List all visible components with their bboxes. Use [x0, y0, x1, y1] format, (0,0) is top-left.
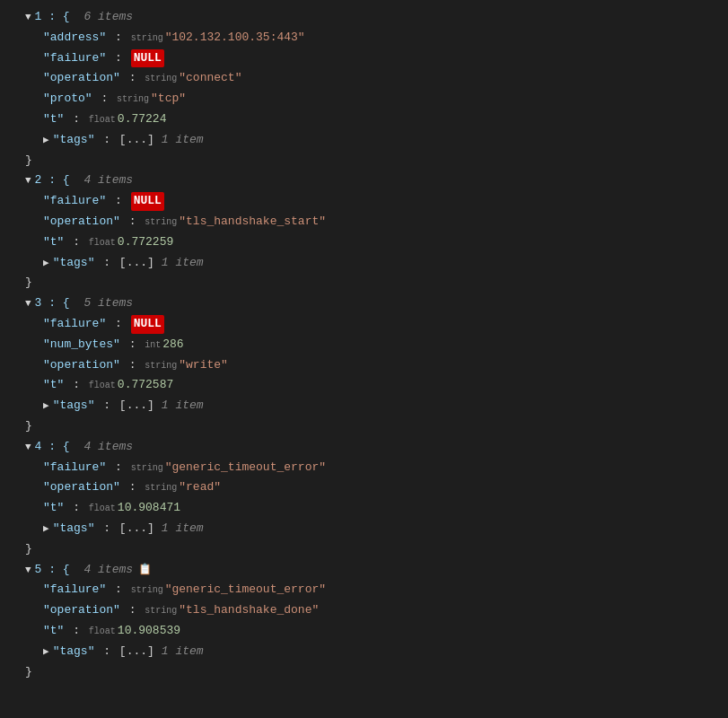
- field-value: "tls_handshake_done": [179, 601, 319, 620]
- field-key: "operation": [43, 601, 120, 620]
- field-value: "tls_handshake_start": [179, 213, 326, 232]
- type-label: string: [145, 72, 177, 86]
- field-value: "generic_timeout_error": [165, 459, 326, 477]
- field-key: "tags": [53, 254, 95, 273]
- field-line: "tags" : [...]1 item: [7, 130, 721, 151]
- field-key: "failure": [43, 315, 106, 334]
- item-header: 1 : { 6 items: [7, 7, 721, 28]
- type-label: string: [145, 359, 177, 373]
- toggle-arrow[interactable]: [43, 256, 49, 272]
- field-value-null: NULL: [131, 49, 164, 68]
- item-header: 4 : { 4 items: [7, 437, 721, 458]
- field-value: 0.77224: [118, 110, 167, 129]
- field-value: 0.772587: [118, 376, 173, 395]
- toggle-arrow[interactable]: [43, 398, 49, 415]
- field-key: "tags": [53, 643, 95, 661]
- field-comment: 1 item: [162, 254, 204, 273]
- field-key: "tags": [53, 397, 95, 416]
- item-close-brace: }: [7, 151, 721, 171]
- field-key: "t": [43, 622, 64, 641]
- field-key: "t": [43, 110, 64, 129]
- item-close-brace: }: [7, 273, 721, 293]
- item-header: 5 : { 4 items📋: [7, 560, 721, 581]
- field-key: "failure": [43, 581, 106, 600]
- field-line: "operation" : string"read": [7, 477, 721, 498]
- toggle-arrow[interactable]: [25, 563, 31, 579]
- field-value: [...]: [119, 254, 154, 273]
- field-line: "proto" : string"tcp": [7, 89, 721, 109]
- field-value: 10.908539: [118, 622, 180, 641]
- field-key: "operation": [43, 356, 120, 375]
- item-header: 3 : { 5 items: [7, 293, 721, 314]
- type-label: string: [145, 604, 177, 618]
- copy-icon[interactable]: 📋: [138, 562, 152, 579]
- field-comment: 1 item: [162, 397, 204, 416]
- field-line: "operation" : string"tls_handshake_start…: [7, 212, 721, 232]
- field-line: "tags" : [...]1 item: [7, 396, 721, 416]
- field-line: "num_bytes" : int286: [7, 335, 721, 355]
- field-value: 286: [162, 336, 183, 355]
- type-label: string: [117, 92, 149, 107]
- type-label: float: [89, 236, 116, 250]
- field-value: 0.772259: [118, 233, 173, 252]
- field-line: "failure" : NULL: [7, 48, 721, 69]
- item-count: 4 items: [77, 561, 133, 580]
- item-count: 6 items: [77, 8, 133, 27]
- field-line: "failure" : string"generic_timeout_error…: [7, 580, 721, 600]
- field-value: [...]: [119, 397, 154, 416]
- item-index: 3 : {: [35, 294, 70, 313]
- toggle-arrow[interactable]: [25, 440, 31, 456]
- field-line: "failure" : string"generic_timeout_error…: [7, 458, 721, 478]
- toggle-arrow[interactable]: [43, 133, 49, 149]
- toggle-arrow[interactable]: [25, 173, 31, 189]
- field-key: "failure": [43, 49, 106, 68]
- toggle-arrow[interactable]: [25, 10, 31, 26]
- field-line: "t" : float10.908471: [7, 498, 721, 519]
- item-index: 2 : {: [35, 171, 70, 190]
- field-line: "address" : string"102.132.100.35:443": [7, 28, 721, 48]
- item-index: 1 : {: [35, 8, 70, 27]
- field-key: "proto": [43, 90, 92, 109]
- field-line: "t" : float10.908539: [7, 621, 721, 642]
- field-value: "read": [179, 478, 221, 497]
- item-close-brace: }: [7, 416, 721, 437]
- type-label: float: [89, 113, 116, 127]
- item-header: 2 : { 4 items: [7, 171, 721, 191]
- item-count: 5 items: [77, 294, 133, 313]
- field-line: "t" : float0.77224: [7, 109, 721, 130]
- type-label: int: [145, 338, 161, 353]
- json-viewer: 1 : { 6 items"address" : string"102.132.…: [0, 4, 728, 686]
- field-value: "generic_timeout_error": [165, 581, 326, 600]
- field-key: "failure": [43, 192, 106, 211]
- field-key: "num_bytes": [43, 336, 120, 355]
- field-line: "t" : float0.772259: [7, 232, 721, 253]
- field-line: "tags" : [...]1 item: [7, 642, 721, 662]
- field-line: "operation" : string"connect": [7, 68, 721, 89]
- type-label: string: [131, 583, 163, 598]
- type-label: string: [131, 31, 163, 46]
- field-key: "operation": [43, 213, 120, 232]
- type-label: string: [145, 481, 177, 495]
- item-close-brace: }: [7, 662, 721, 683]
- field-comment: 1 item: [162, 520, 204, 538]
- type-label: float: [89, 625, 116, 639]
- field-line: "failure" : NULL: [7, 191, 721, 212]
- type-label: float: [89, 502, 116, 516]
- field-comment: 1 item: [162, 131, 204, 150]
- field-key: "operation": [43, 478, 120, 497]
- type-label: string: [145, 215, 177, 230]
- field-key: "t": [43, 499, 64, 518]
- toggle-arrow[interactable]: [25, 296, 31, 312]
- field-line: "failure" : NULL: [7, 314, 721, 335]
- field-value: "connect": [179, 69, 241, 88]
- item-index: 5 : {: [35, 561, 70, 580]
- toggle-arrow[interactable]: [43, 521, 49, 538]
- field-key: "operation": [43, 69, 120, 88]
- field-key: "address": [43, 29, 106, 48]
- field-value: "102.132.100.35:443": [165, 29, 305, 48]
- field-value-null: NULL: [131, 315, 164, 334]
- field-key: "tags": [53, 520, 95, 538]
- toggle-arrow[interactable]: [43, 644, 49, 661]
- type-label: string: [131, 461, 163, 476]
- field-key: "t": [43, 376, 64, 395]
